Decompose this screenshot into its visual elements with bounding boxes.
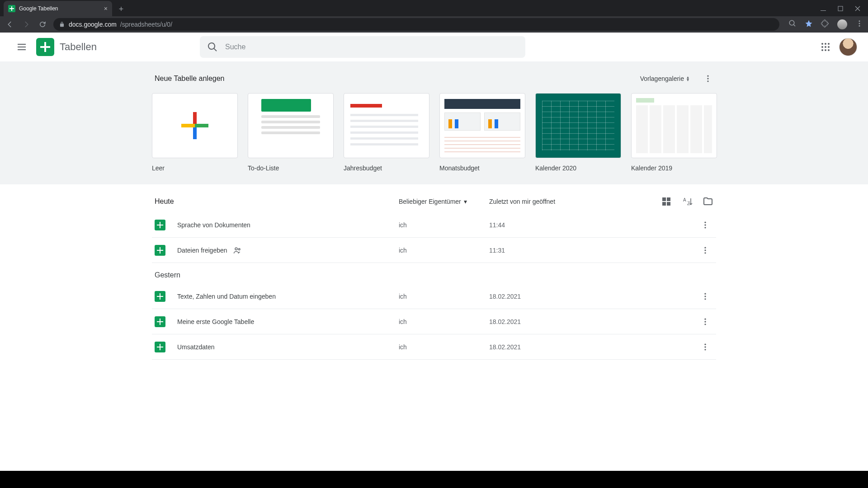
- svg-point-13: [825, 49, 826, 51]
- document-owner: ich: [399, 318, 489, 325]
- svg-point-8: [828, 43, 830, 45]
- document-time: 11:31: [489, 247, 598, 254]
- svg-point-28: [238, 248, 240, 250]
- svg-point-10: [825, 46, 826, 48]
- bookmark-star-icon[interactable]: [805, 19, 813, 29]
- document-owner: ich: [399, 293, 489, 300]
- template-card[interactable]: Monatsbudget: [439, 93, 525, 172]
- sort-az-button[interactable]: AZ: [682, 196, 693, 207]
- template-thumbnail: [344, 93, 429, 158]
- template-gallery-toggle[interactable]: Vorlagengalerie ▴▾: [636, 72, 693, 85]
- document-row[interactable]: Umsatzdatenich18.02.2021: [152, 334, 716, 360]
- owner-filter-label: Beliebiger Eigentümer: [399, 198, 461, 205]
- template-card[interactable]: Kalender 2020: [535, 93, 621, 172]
- template-thumbnail: [631, 93, 717, 158]
- svg-rect-1: [838, 6, 843, 11]
- svg-point-7: [825, 43, 826, 45]
- extensions-icon[interactable]: [821, 19, 829, 29]
- grid-view-button[interactable]: [661, 196, 672, 207]
- document-time: 18.02.2021: [489, 293, 598, 300]
- template-label: Kalender 2020: [535, 164, 621, 172]
- document-name: Sprache von Dokumenten: [177, 221, 399, 229]
- template-label: Leer: [152, 164, 238, 172]
- document-more-button[interactable]: [697, 217, 713, 233]
- unfold-icon: ▴▾: [687, 76, 689, 81]
- document-time: 18.02.2021: [489, 343, 598, 351]
- template-label: Monatsbudget: [439, 164, 525, 172]
- svg-point-27: [235, 248, 237, 250]
- lock-icon: [59, 21, 65, 28]
- template-card[interactable]: Kalender 2019: [631, 93, 717, 172]
- owner-filter[interactable]: Beliebiger Eigentümer ▾: [399, 198, 489, 205]
- tab-title: Google Tabellen: [19, 5, 58, 12]
- document-more-button[interactable]: [697, 339, 713, 355]
- nav-reload-button[interactable]: [37, 19, 48, 30]
- letterbox: [0, 471, 868, 488]
- window-close-button[interactable]: [854, 5, 861, 12]
- svg-rect-0: [821, 10, 826, 11]
- document-row[interactable]: Meine erste Google Tabelleich18.02.2021: [152, 309, 716, 334]
- browser-profile-icon[interactable]: [837, 19, 847, 29]
- template-label: Jahresbudget: [344, 164, 429, 172]
- svg-point-29: [704, 247, 706, 248]
- document-more-button[interactable]: [697, 242, 713, 258]
- svg-point-3: [859, 20, 860, 22]
- svg-point-4: [859, 23, 860, 24]
- template-card[interactable]: Jahresbudget: [344, 93, 429, 172]
- window-minimize-button[interactable]: [820, 5, 826, 12]
- svg-point-25: [704, 224, 706, 225]
- svg-point-39: [704, 346, 706, 347]
- svg-text:A: A: [683, 197, 686, 202]
- new-tab-button[interactable]: +: [115, 3, 127, 15]
- svg-point-11: [828, 46, 830, 48]
- sheets-favicon-icon: [8, 5, 15, 12]
- url-host: docs.google.com: [69, 21, 117, 28]
- address-bar[interactable]: docs.google.com/spreadsheets/u/0/: [53, 18, 779, 31]
- google-apps-button[interactable]: [820, 42, 831, 52]
- document-time: 11:44: [489, 221, 598, 229]
- nav-back-button[interactable]: [5, 19, 15, 30]
- shared-icon: [233, 246, 242, 255]
- document-time: 18.02.2021: [489, 318, 598, 325]
- svg-point-30: [704, 249, 706, 251]
- templates-more-button[interactable]: [700, 70, 716, 87]
- search-input[interactable]: [225, 43, 518, 51]
- svg-point-35: [704, 318, 706, 319]
- svg-point-32: [704, 293, 706, 294]
- template-card[interactable]: Leer: [152, 93, 238, 172]
- document-row[interactable]: Texte, Zahlen und Datum eingebenich18.02…: [152, 284, 716, 309]
- document-row[interactable]: Dateien freigebenich11:31: [152, 238, 716, 263]
- open-picker-button[interactable]: [703, 196, 713, 207]
- templates-heading: Neue Tabelle anlegen: [155, 75, 225, 83]
- svg-rect-19: [667, 197, 670, 201]
- main-menu-button[interactable]: [11, 36, 33, 58]
- template-thumbnail: [248, 93, 334, 158]
- document-row[interactable]: Sprache von Dokumentenich11:44: [152, 212, 716, 238]
- template-card[interactable]: To-do-Liste: [248, 93, 334, 172]
- document-name: Meine erste Google Tabelle: [177, 318, 399, 325]
- svg-point-9: [821, 46, 823, 48]
- svg-point-36: [704, 321, 706, 322]
- svg-point-34: [704, 298, 706, 300]
- document-name: Umsatzdaten: [177, 343, 399, 351]
- svg-rect-21: [667, 202, 670, 206]
- document-owner: ich: [399, 247, 489, 254]
- document-more-button[interactable]: [697, 314, 713, 330]
- account-avatar[interactable]: [839, 38, 857, 56]
- svg-point-31: [704, 252, 706, 253]
- sort-label[interactable]: Zuletzt von mir geöffnet: [489, 198, 598, 205]
- window-maximize-button[interactable]: [837, 5, 844, 12]
- app-title: Tabellen: [60, 41, 97, 53]
- svg-point-5: [859, 25, 860, 27]
- svg-point-40: [704, 349, 706, 350]
- document-more-button[interactable]: [697, 288, 713, 305]
- sheets-file-icon: [155, 342, 165, 352]
- sheets-file-icon: [155, 245, 165, 256]
- close-tab-icon[interactable]: ×: [104, 5, 108, 12]
- document-owner: ich: [399, 343, 489, 351]
- chrome-menu-button[interactable]: [855, 19, 863, 29]
- search-icon: [207, 42, 218, 52]
- browser-tab[interactable]: Google Tabellen ×: [4, 1, 112, 16]
- zoom-icon[interactable]: [788, 19, 797, 29]
- search-box[interactable]: [200, 36, 525, 58]
